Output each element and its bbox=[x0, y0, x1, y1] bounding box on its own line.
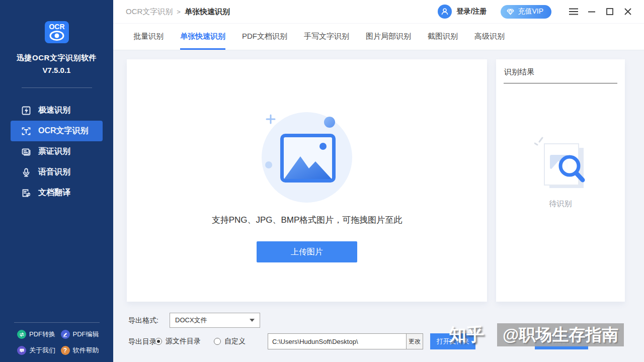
sidebar-footer: PDF转换 PDF编辑 关于我们 ? 软件帮助 bbox=[0, 322, 113, 355]
sidebar-item-voice-ocr[interactable]: 语音识别 bbox=[11, 162, 103, 183]
tab-handwriting-ocr[interactable]: 手写文字识别 bbox=[304, 24, 349, 50]
open-folder-button[interactable]: 打开文件夹 bbox=[430, 333, 475, 349]
maximize-button[interactable] bbox=[601, 4, 619, 20]
translate-doc-icon bbox=[21, 188, 31, 198]
sidebar-item-software-help[interactable]: ? 软件帮助 bbox=[61, 346, 105, 355]
sidebar-item-speed-ocr[interactable]: 极速识别 bbox=[11, 100, 103, 121]
sidebar-item-ticket-ocr[interactable]: 票证识别 bbox=[11, 141, 103, 162]
menu-hamburger-button[interactable] bbox=[565, 4, 583, 20]
sun-dot-icon bbox=[319, 143, 327, 150]
app-logo: OCR bbox=[45, 21, 69, 43]
diamond-icon bbox=[507, 9, 514, 15]
breadcrumb-separator: > bbox=[177, 8, 181, 16]
image-icon bbox=[280, 134, 336, 183]
chevron-down-icon bbox=[250, 319, 255, 322]
upload-image-button[interactable]: 上传图片 bbox=[257, 241, 357, 262]
question-mark-icon: ? bbox=[61, 346, 70, 355]
ticket-icon bbox=[21, 147, 31, 157]
recharge-vip-button[interactable]: 充值VIP bbox=[501, 5, 551, 19]
window-controls bbox=[565, 4, 637, 20]
main-area: OCR文字识别 > 单张快速识别 登录/注册 充值VIP bbox=[113, 0, 644, 362]
minimize-button[interactable] bbox=[583, 4, 601, 20]
tab-image-region-ocr[interactable]: 图片局部识别 bbox=[366, 24, 411, 50]
sidebar: OCR 迅捷OCR文字识别软件 V7.5.0.1 极速识别 bbox=[0, 0, 113, 362]
sidebar-divider bbox=[22, 87, 92, 88]
result-panel: 识别结果 待识别 bbox=[496, 59, 625, 302]
upload-dropzone-card[interactable]: 支持PNG、JPG、BMP格式图片，可拖拽图片至此 上传图片 bbox=[127, 59, 487, 302]
sidebar-item-label: 极速识别 bbox=[38, 105, 70, 116]
pen-icon bbox=[61, 330, 70, 339]
start-recognition-button[interactable]: 开始识别 bbox=[535, 333, 588, 349]
sidebar-item-pdf-edit[interactable]: PDF编辑 bbox=[61, 330, 105, 339]
ocr-frame-icon bbox=[21, 126, 31, 136]
radio-source-label: 源文件目录 bbox=[166, 337, 201, 346]
sidebar-item-label: 文档翻译 bbox=[38, 188, 70, 198]
image-placeholder-illustration bbox=[257, 110, 357, 208]
footer-item-label: PDF转换 bbox=[29, 330, 55, 339]
sidebar-item-label: 票证识别 bbox=[38, 146, 70, 157]
radio-custom-label: 自定义 bbox=[224, 337, 246, 346]
chat-bubble-icon bbox=[17, 346, 26, 355]
vip-label: 充值VIP bbox=[518, 7, 543, 16]
sidebar-menu: 极速识别 OCR文字识别 票证识别 bbox=[0, 100, 113, 203]
logo-text: OCR bbox=[49, 23, 64, 31]
app-title: 迅捷OCR文字识别软件 bbox=[0, 53, 113, 63]
convert-arrows-icon bbox=[17, 330, 26, 339]
sidebar-item-ocr-text[interactable]: OCR文字识别 bbox=[11, 121, 103, 141]
sidebar-item-pdf-convert[interactable]: PDF转换 bbox=[17, 330, 61, 339]
export-dir-label: 导出目录: bbox=[128, 337, 158, 346]
footer-item-label: PDF编辑 bbox=[73, 330, 99, 339]
lightning-doc-icon bbox=[21, 106, 31, 116]
app-version: V7.5.0.1 bbox=[0, 66, 113, 74]
sidebar-footer-divider bbox=[14, 322, 100, 323]
radio-unchecked-icon[interactable] bbox=[214, 338, 221, 345]
breadcrumb-current: 单张快速识别 bbox=[185, 7, 230, 17]
result-panel-divider bbox=[504, 83, 617, 83]
breadcrumb-root[interactable]: OCR文字识别 bbox=[126, 7, 173, 17]
dot-decoration bbox=[265, 161, 272, 168]
person-icon bbox=[440, 7, 449, 16]
content-area: 支持PNG、JPG、BMP格式图片，可拖拽图片至此 上传图片 识别结果 bbox=[113, 50, 644, 362]
user-avatar[interactable] bbox=[438, 5, 452, 19]
tab-pdf-doc-ocr[interactable]: PDF文档识别 bbox=[242, 24, 287, 50]
tab-single-quick-ocr[interactable]: 单张快速识别 bbox=[180, 24, 225, 50]
export-dir-radio-group: 源文件目录 自定义 bbox=[155, 333, 246, 349]
radio-source-folder[interactable]: 源文件目录 bbox=[155, 337, 201, 346]
drop-hint-text: 支持PNG、JPG、BMP格式图片，可拖拽图片至此 bbox=[127, 214, 487, 226]
sidebar-item-about-us[interactable]: 关于我们 bbox=[17, 346, 61, 355]
radio-custom-folder[interactable]: 自定义 bbox=[214, 337, 246, 346]
result-panel-title: 识别结果 bbox=[496, 59, 625, 83]
sidebar-item-label: OCR文字识别 bbox=[38, 126, 89, 136]
sidebar-item-doc-translate[interactable]: 文档翻译 bbox=[11, 183, 103, 203]
tab-advanced-ocr[interactable]: 高级识别 bbox=[474, 24, 505, 50]
microphone-icon bbox=[21, 167, 31, 177]
breadcrumb: OCR文字识别 > 单张快速识别 bbox=[126, 7, 230, 17]
waiting-recognition-illustration bbox=[534, 135, 587, 196]
recognition-status-text: 待识别 bbox=[496, 199, 625, 209]
titlebar: OCR文字识别 > 单张快速识别 登录/注册 充值VIP bbox=[113, 0, 644, 24]
plus-decoration-icon bbox=[266, 114, 276, 126]
radio-checked-icon[interactable] bbox=[155, 338, 162, 345]
sidebar-item-label: 语音识别 bbox=[38, 167, 70, 177]
export-format-label: 导出格式: bbox=[128, 316, 158, 325]
tabbar: 批量识别 单张快速识别 PDF文档识别 手写文字识别 图片局部识别 截图识别 高… bbox=[113, 24, 644, 50]
tab-screenshot-ocr[interactable]: 截图识别 bbox=[428, 24, 458, 50]
export-format-value: DOCX文件 bbox=[175, 316, 207, 325]
export-format-dropdown[interactable]: DOCX文件 bbox=[170, 313, 260, 328]
footer-item-label: 关于我们 bbox=[29, 346, 55, 355]
export-path-input[interactable] bbox=[268, 333, 407, 349]
change-path-button[interactable]: 更改 bbox=[406, 333, 423, 349]
tab-batch-ocr[interactable]: 批量识别 bbox=[133, 24, 164, 50]
dot-decoration bbox=[324, 117, 335, 128]
ocr-app-window: OCR 迅捷OCR文字识别软件 V7.5.0.1 极速识别 bbox=[0, 0, 644, 362]
footer-item-label: 软件帮助 bbox=[73, 346, 99, 355]
login-register-link[interactable]: 登录/注册 bbox=[457, 7, 487, 16]
close-button[interactable] bbox=[619, 4, 637, 20]
